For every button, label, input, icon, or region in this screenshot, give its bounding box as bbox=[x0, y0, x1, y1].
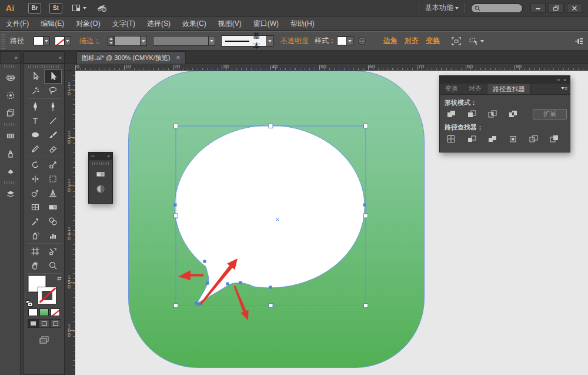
panel-menu-icon[interactable]: ≡ bbox=[559, 85, 567, 91]
menu-s[interactable]: 选择(S) bbox=[141, 17, 176, 30]
color-button-green[interactable] bbox=[39, 308, 49, 316]
creative-cloud-icon[interactable] bbox=[0, 69, 21, 87]
menu-c[interactable]: 效果(C) bbox=[176, 17, 212, 30]
hand-tool[interactable] bbox=[26, 258, 44, 273]
menu-t[interactable]: 文字(T) bbox=[106, 17, 141, 30]
curvature-tool[interactable] bbox=[44, 99, 62, 114]
menu-f[interactable]: 文件(F) bbox=[0, 17, 35, 30]
screen-mode-button[interactable] bbox=[35, 333, 53, 347]
speech-bubble-shape[interactable] bbox=[175, 125, 365, 303]
document-setup-icon[interactable] bbox=[358, 36, 366, 45]
pathfinder-outline-button[interactable] bbox=[526, 133, 541, 144]
symbols-icon[interactable]: ♣ bbox=[0, 162, 21, 180]
restore-button[interactable] bbox=[549, 3, 564, 13]
lasso-tool[interactable] bbox=[44, 84, 62, 98]
style-swatch[interactable] bbox=[337, 36, 347, 45]
draw-inside-button[interactable] bbox=[50, 319, 61, 328]
gradient-tool[interactable] bbox=[44, 200, 62, 214]
stroke-swatch-none[interactable] bbox=[55, 36, 65, 45]
type-tool[interactable]: T bbox=[26, 114, 44, 128]
minimize-button[interactable] bbox=[530, 3, 546, 13]
layers-icon[interactable] bbox=[0, 185, 21, 203]
ruler-origin-corner[interactable] bbox=[66, 64, 75, 71]
draw-behind-button[interactable] bbox=[39, 319, 50, 328]
pathfinder-merge-button[interactable] bbox=[485, 133, 500, 144]
slice-tool[interactable] bbox=[44, 244, 62, 258]
eyedropper-tool[interactable] bbox=[26, 214, 44, 228]
shape-mode-intersect-button[interactable] bbox=[485, 108, 500, 120]
tab-变换[interactable]: 变换 bbox=[440, 83, 463, 94]
pathfinder-divide-button[interactable] bbox=[443, 133, 459, 144]
stroke-weight-stepper[interactable] bbox=[108, 36, 114, 46]
share-icon[interactable] bbox=[96, 4, 108, 13]
menu-w[interactable]: 窗口(W) bbox=[248, 17, 285, 30]
tab-对齐[interactable]: 对齐 bbox=[463, 83, 487, 94]
arrange-documents-icon[interactable] bbox=[72, 4, 86, 12]
toolbar-header[interactable]: « bbox=[24, 51, 65, 64]
transform-link[interactable]: 变换 bbox=[426, 36, 440, 46]
width-tool[interactable] bbox=[26, 172, 44, 186]
pathfinder-trim-button[interactable] bbox=[464, 133, 479, 144]
default-fill-stroke-icon[interactable] bbox=[26, 300, 33, 307]
collapse-to-icons-icon[interactable]: ‹‹ bbox=[557, 77, 560, 82]
color-button-white[interactable] bbox=[28, 308, 38, 316]
gradient-panel-icon[interactable] bbox=[89, 170, 112, 179]
magic-wand-tool[interactable] bbox=[26, 84, 44, 98]
brush-definition-combo[interactable]: 基本 bbox=[221, 35, 267, 47]
menu-o[interactable]: 对象(O) bbox=[70, 17, 106, 30]
expand-panel-icon[interactable]: ›› bbox=[91, 154, 94, 159]
panel-close-icon[interactable]: × bbox=[563, 77, 566, 82]
swatches-icon[interactable] bbox=[0, 127, 21, 145]
isolate-object-icon[interactable] bbox=[452, 37, 461, 45]
draw-normal-button[interactable] bbox=[28, 319, 39, 328]
zoom-tool[interactable] bbox=[44, 258, 62, 273]
rotate-tool[interactable] bbox=[26, 158, 44, 172]
swap-fill-stroke-icon[interactable]: ⇄ bbox=[57, 276, 62, 281]
blend-tool[interactable] bbox=[44, 214, 62, 228]
close-button[interactable] bbox=[567, 3, 582, 13]
line-segment-tool[interactable] bbox=[44, 114, 62, 128]
stroke-panel-link[interactable]: 描边： bbox=[79, 36, 101, 46]
control-bar-gripper[interactable] bbox=[1, 34, 5, 49]
search-input[interactable] bbox=[480, 4, 518, 12]
artboard-tool[interactable] bbox=[26, 244, 44, 258]
free-transform-tool[interactable] bbox=[44, 172, 62, 186]
collapse-control-icon[interactable] bbox=[574, 38, 583, 45]
scale-tool[interactable] bbox=[44, 158, 62, 172]
icon-dock-header[interactable]: » bbox=[0, 51, 21, 64]
menu-h[interactable]: 帮助(H) bbox=[285, 17, 320, 30]
color-icon[interactable] bbox=[0, 87, 21, 104]
close-panel-icon[interactable]: × bbox=[107, 154, 110, 159]
shape-mode-exclude-button[interactable] bbox=[505, 108, 520, 120]
workspace-switcher[interactable]: 基本功能 bbox=[425, 3, 459, 13]
style-control[interactable] bbox=[337, 36, 353, 45]
stroke-weight-combo[interactable] bbox=[114, 36, 147, 46]
selection-tool[interactable] bbox=[44, 69, 62, 84]
menu-v[interactable]: 视图(V) bbox=[212, 17, 248, 30]
shape-mode-minus-front-button[interactable] bbox=[464, 108, 479, 120]
horizontal-ruler[interactable]: 0102030405060708090 bbox=[75, 64, 588, 71]
direct-selection-tool[interactable] bbox=[26, 69, 44, 84]
menu-e[interactable]: 编辑(E) bbox=[35, 17, 70, 30]
fill-dropdown[interactable] bbox=[44, 36, 50, 45]
opacity-link[interactable]: 不透明度 bbox=[280, 36, 309, 46]
ellipse-tool[interactable] bbox=[26, 128, 44, 142]
pathfinder-minus-back-button[interactable] bbox=[546, 133, 562, 144]
tab-路径查找器[interactable]: 路径查找器 bbox=[487, 83, 531, 94]
bridge-button[interactable]: Br bbox=[28, 3, 41, 14]
search-box[interactable] bbox=[471, 4, 523, 13]
align-link[interactable]: 对齐 bbox=[405, 36, 419, 46]
pencil-tool[interactable] bbox=[26, 142, 44, 156]
select-similar-icon[interactable] bbox=[469, 37, 484, 45]
pen-tool[interactable] bbox=[26, 99, 44, 114]
fill-swatch[interactable] bbox=[34, 36, 44, 45]
vertical-ruler[interactable]: 1 1 01 2 01 3 01 4 01 5 01 6 0 bbox=[66, 71, 75, 375]
expand-button[interactable]: 扩展 bbox=[533, 109, 567, 120]
pathfinder-crop-button[interactable] bbox=[505, 133, 520, 144]
stock-button[interactable]: St bbox=[49, 3, 62, 14]
perspective-grid-tool[interactable] bbox=[44, 186, 62, 200]
eraser-tool[interactable] bbox=[44, 142, 62, 156]
libraries-icon[interactable] bbox=[0, 104, 21, 122]
document-tab[interactable]: 图标.ai* @ 300% (CMYK/预览) × bbox=[76, 51, 186, 64]
style-dropdown[interactable] bbox=[347, 36, 353, 45]
